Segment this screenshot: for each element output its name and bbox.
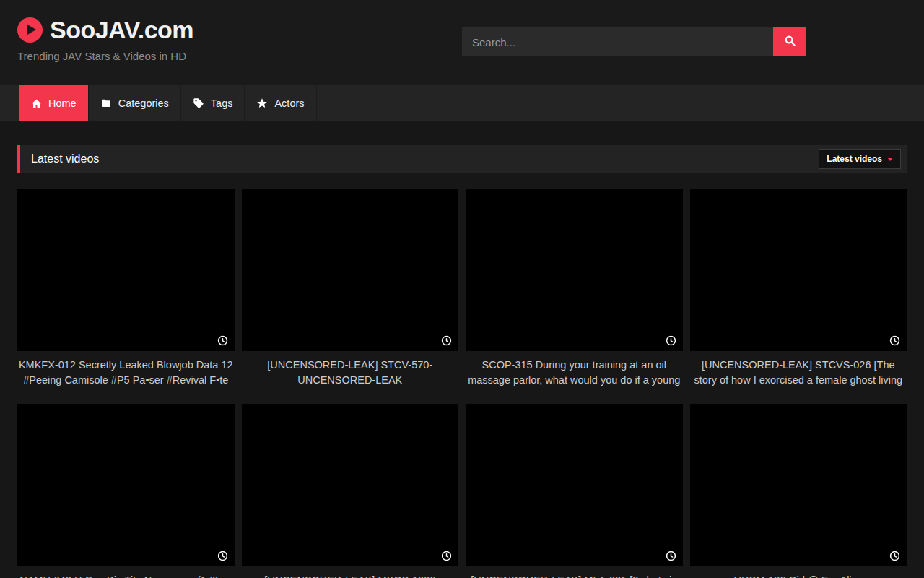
sort-dropdown[interactable]: Latest videos xyxy=(819,149,901,169)
search-form xyxy=(462,27,806,56)
clock-icon xyxy=(217,335,228,346)
video-thumbnail[interactable] xyxy=(17,189,235,351)
site-tagline: Trending JAV Stars & Videos in HD xyxy=(17,50,193,62)
chevron-down-icon xyxy=(887,158,893,161)
site-header: SooJAV.com Trending JAV Stars & Videos i… xyxy=(0,0,924,85)
video-grid: KMKFX-012 Secretly Leaked Blowjob Data 1… xyxy=(17,189,907,578)
site-logo-text[interactable]: SooJAV.com xyxy=(50,16,193,44)
video-thumbnail[interactable] xyxy=(466,189,683,351)
video-title[interactable]: [UNCENSORED-LEAK] MLA-231 [3 shots in xyxy=(466,573,683,578)
search-input[interactable] xyxy=(462,27,773,56)
brand-block: SooJAV.com Trending JAV Stars & Videos i… xyxy=(17,16,193,62)
video-title[interactable]: [UNCENSORED-LEAK] MXGS-1206 Absolutely xyxy=(242,573,459,578)
video-card[interactable]: [UNCENSORED-LEAK] MLA-231 [3 shots in xyxy=(466,404,683,578)
video-card[interactable]: URSM-186 Girl @ Era Alice xyxy=(690,404,907,578)
search-icon xyxy=(784,35,796,49)
video-card[interactable]: [UNCENSORED-LEAK] MXGS-1206 Absolutely xyxy=(242,404,459,578)
section-title: Latest videos xyxy=(20,152,99,165)
sort-dropdown-label: Latest videos xyxy=(827,154,882,164)
video-title[interactable]: [UNCENSORED-LEAK] STCVS-026 [The story o… xyxy=(690,358,907,387)
play-icon xyxy=(17,17,43,43)
video-card[interactable]: [UNCENSORED-LEAK] STCVS-026 [The story o… xyxy=(690,189,907,387)
video-title[interactable]: NAMH-042 H Cup Big Tits Newcomer (170cm … xyxy=(17,573,235,578)
video-thumbnail[interactable] xyxy=(466,404,683,566)
nav-label: Home xyxy=(48,98,77,109)
site-logo[interactable]: SooJAV.com xyxy=(17,16,193,44)
video-thumbnail[interactable] xyxy=(242,404,459,566)
section-header: Latest videos Latest videos xyxy=(17,145,907,173)
video-card[interactable]: KMKFX-012 Secretly Leaked Blowjob Data 1… xyxy=(17,189,235,387)
nav-label: Tags xyxy=(211,98,233,109)
clock-icon xyxy=(666,551,676,561)
video-thumbnail[interactable] xyxy=(242,189,459,351)
video-thumbnail[interactable] xyxy=(690,404,907,566)
video-title[interactable]: [UNCENSORED-LEAK] STCV-570-UNCENSORED-LE… xyxy=(242,358,459,387)
video-title[interactable]: SCOP-315 During your training at an oil … xyxy=(466,358,683,387)
nav-item-home[interactable]: Home xyxy=(19,85,89,121)
clock-icon xyxy=(441,335,452,346)
nav-item-actors[interactable]: Actors xyxy=(245,85,316,121)
star-icon xyxy=(256,98,268,109)
nav-label: Categories xyxy=(118,98,169,109)
video-thumbnail[interactable] xyxy=(17,404,235,566)
main-nav: Home Categories Tags Actors xyxy=(0,85,924,121)
nav-item-categories[interactable]: Categories xyxy=(89,85,181,121)
clock-icon xyxy=(889,335,900,346)
clock-icon xyxy=(889,551,900,561)
home-icon xyxy=(31,98,42,109)
clock-icon xyxy=(441,551,452,561)
clock-icon xyxy=(666,335,676,346)
tag-icon xyxy=(193,98,204,109)
nav-label: Actors xyxy=(274,98,304,109)
video-card[interactable]: SCOP-315 During your training at an oil … xyxy=(466,189,683,387)
search-button[interactable] xyxy=(773,27,806,56)
video-title[interactable]: KMKFX-012 Secretly Leaked Blowjob Data 1… xyxy=(17,358,235,387)
nav-item-tags[interactable]: Tags xyxy=(181,85,245,121)
video-card[interactable]: [UNCENSORED-LEAK] STCV-570-UNCENSORED-LE… xyxy=(242,189,459,387)
folder-icon xyxy=(100,98,112,109)
video-thumbnail[interactable] xyxy=(690,189,907,351)
clock-icon xyxy=(217,551,228,561)
video-title[interactable]: URSM-186 Girl @ Era Alice xyxy=(690,573,907,578)
video-card[interactable]: NAMH-042 H Cup Big Tits Newcomer (170cm … xyxy=(17,404,235,578)
